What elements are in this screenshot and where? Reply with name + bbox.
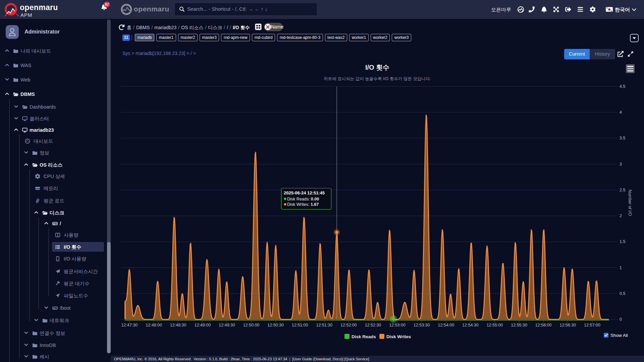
svg-text:12:49:00: 12:49:00 — [194, 323, 211, 327]
svg-text:12:54:00: 12:54:00 — [438, 323, 454, 327]
svg-text:1.5: 1.5 — [620, 239, 625, 244]
svg-text:4: 4 — [620, 110, 622, 115]
svg-text:12:54:30: 12:54:30 — [462, 323, 479, 327]
svg-text:2.5: 2.5 — [620, 188, 625, 192]
svg-text:12:52:00: 12:52:00 — [340, 323, 357, 327]
svg-text:12:55:30: 12:55:30 — [511, 323, 527, 327]
svg-text:12:50:00: 12:50:00 — [243, 323, 260, 327]
svg-text:12:51:00: 12:51:00 — [292, 323, 308, 327]
svg-text:12:52:30: 12:52:30 — [365, 323, 381, 327]
svg-text:Disk Reads: 0.00: Disk Reads: 0.00 — [287, 197, 319, 201]
svg-text:12:49:30: 12:49:30 — [219, 323, 235, 327]
svg-text:0: 0 — [620, 317, 622, 322]
svg-text:3.5: 3.5 — [620, 136, 625, 140]
svg-text:1: 1 — [620, 265, 622, 270]
svg-text:12:53:00: 12:53:00 — [389, 323, 406, 327]
svg-text:0.5: 0.5 — [620, 291, 625, 296]
svg-text:Show All: Show All — [610, 333, 628, 338]
svg-text:2025-06-24 12:51:45: 2025-06-24 12:51:45 — [284, 190, 325, 195]
svg-text:4.5: 4.5 — [620, 84, 625, 89]
svg-text:12:48:30: 12:48:30 — [170, 323, 186, 327]
svg-text:3: 3 — [620, 162, 622, 167]
svg-text:12:55:00: 12:55:00 — [487, 323, 503, 327]
svg-text:12:56:00: 12:56:00 — [535, 323, 552, 327]
svg-text:Disk Reads: Disk Reads — [352, 334, 376, 339]
svg-text:12:51:30: 12:51:30 — [316, 323, 332, 327]
svg-text:Number of I/O: Number of I/O — [628, 190, 632, 216]
svg-text:12:48:00: 12:48:00 — [146, 323, 162, 327]
svg-text:12:47:30: 12:47:30 — [121, 323, 138, 327]
svg-text:2: 2 — [620, 214, 622, 218]
svg-text:12:53:30: 12:53:30 — [414, 323, 430, 327]
svg-text:12:50:30: 12:50:30 — [267, 323, 284, 327]
svg-text:Disk Writes: 1.67: Disk Writes: 1.67 — [287, 202, 319, 207]
svg-text:12:56:30: 12:56:30 — [559, 323, 576, 327]
svg-text:12:57:00: 12:57:00 — [584, 323, 600, 327]
svg-text:Disk Writes: Disk Writes — [386, 334, 411, 339]
